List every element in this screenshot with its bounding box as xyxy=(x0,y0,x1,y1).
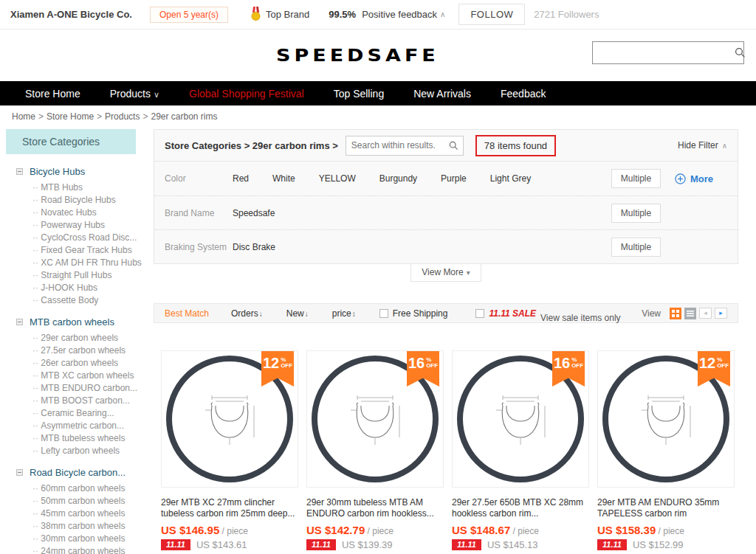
nav-item-global-shopping-festival[interactable]: Global Shopping Festival xyxy=(174,88,319,100)
sidebar-item-j-hook-hubs[interactable]: J-HOOK Hubs xyxy=(16,282,136,294)
sidebar-item-powerway-hubs[interactable]: Powerway Hubs xyxy=(16,219,136,232)
price-unit: / piece xyxy=(222,526,248,536)
filter-option-purple[interactable]: Purple xyxy=(441,173,467,184)
grid-view-icon[interactable] xyxy=(670,308,681,319)
sale-checkbox[interactable] xyxy=(475,309,484,318)
multiple-button[interactable]: Multiple xyxy=(611,204,661,223)
filter-search-box xyxy=(346,136,464,156)
free-shipping-label[interactable]: Free Shipping xyxy=(393,308,448,319)
product-title[interactable]: 29er MTB AM ENDURO 35mm TAPELESS carbon … xyxy=(597,497,735,519)
sort-new[interactable]: New↓ xyxy=(286,308,309,319)
filter-option-burgundy[interactable]: Burgundy xyxy=(379,173,417,184)
sidebar-item-xc-am-dh-fr-thru-hubs[interactable]: XC AM DH FR Thru Hubs xyxy=(16,257,136,269)
sidebar-item-asymmetric-carbon[interactable]: Asymmetric carbon... xyxy=(16,420,136,432)
sidebar-item-cyclocross-road-disc[interactable]: CycloCross Road Disc... xyxy=(16,232,136,244)
hide-filter-toggle[interactable]: Hide Filter∧ xyxy=(678,140,727,150)
chevron-up-icon[interactable]: ∧ xyxy=(440,10,445,18)
product-title[interactable]: 29er 27.5er 650B MTB XC 28mm hookless ca… xyxy=(452,497,589,519)
sidebar-item-29er-carbon-wheels[interactable]: 29er carbon wheels xyxy=(16,332,136,344)
product-image[interactable]: 12%OFF xyxy=(161,350,298,488)
header-search-box xyxy=(592,41,744,64)
page-next-button[interactable]: ▸ xyxy=(715,308,727,319)
sidebar-item-50mm-carbon-wheels[interactable]: 50mm carbon wheels xyxy=(16,495,136,508)
free-shipping-checkbox[interactable] xyxy=(379,309,388,318)
sidebar-item-mtb-boost-carbon[interactable]: MTB BOOST carbon... xyxy=(16,395,136,407)
collapse-icon[interactable] xyxy=(16,168,23,175)
search-icon[interactable] xyxy=(445,141,463,150)
filter-panel: Store Categories > 29er carbon rims > 78… xyxy=(154,129,738,264)
multiple-button[interactable]: Multiple xyxy=(611,238,661,257)
list-view-icon[interactable] xyxy=(684,308,696,319)
off-label: OFF xyxy=(571,363,583,369)
sidebar-item-30mm-carbon-wheels[interactable]: 30mm carbon wheels xyxy=(16,533,136,545)
collapse-icon[interactable] xyxy=(16,319,23,325)
product-image[interactable]: 12%OFF xyxy=(597,350,735,488)
nav-item-label: Global Shopping Festival xyxy=(189,88,304,100)
sidebar-item-novatec-hubs[interactable]: Novatec Hubs xyxy=(16,207,136,219)
filter-option-red[interactable]: Red xyxy=(233,173,249,184)
sort-best-match[interactable]: Best Match xyxy=(165,308,209,319)
medal-icon xyxy=(250,7,261,22)
multiple-button[interactable]: Multiple xyxy=(611,169,661,188)
more-link[interactable]: More xyxy=(675,173,713,184)
sidebar-item-lefty-carbon-wheels[interactable]: Lefty carbon wheels xyxy=(16,445,136,457)
breadcrumb-item-store-home[interactable]: Store Home xyxy=(47,111,94,122)
nav-item-new-arrivals[interactable]: New Arrivals xyxy=(399,88,486,100)
sidebar-group-title-mtb-carbon-wheels[interactable]: MTB carbon wheels xyxy=(16,316,136,328)
sort-price[interactable]: price↕ xyxy=(332,308,356,319)
page-prev-button[interactable]: ◂ xyxy=(699,308,712,319)
sidebar-item-27-5er-carbon-wheels[interactable]: 27.5er carbon wheels xyxy=(16,344,136,357)
nav-item-products[interactable]: Products∨ xyxy=(95,88,174,100)
sidebar-item-straight-pull-hubs[interactable]: Straight Pull Hubs xyxy=(16,269,136,282)
view-more-button[interactable]: View More▾ xyxy=(410,264,481,282)
sidebar-group-label: MTB carbon wheels xyxy=(30,316,114,328)
nav-item-top-selling[interactable]: Top Selling xyxy=(319,88,399,100)
sidebar-item-ceramic-bearing[interactable]: Ceramic Bearing... xyxy=(16,407,136,420)
sort-orders[interactable]: Orders↓ xyxy=(231,308,263,319)
sidebar-item-fixed-gear-track-hubs[interactable]: Fixed Gear Track Hubs xyxy=(16,244,136,257)
product-image[interactable]: 16%OFF xyxy=(306,350,444,488)
sidebar-item-60mm-carbon-wheels[interactable]: 60mm carbon wheels xyxy=(16,482,136,495)
sidebar-title: Store Categories xyxy=(6,129,136,154)
breadcrumb-item-home[interactable]: Home xyxy=(12,111,35,122)
nav-item-store-home[interactable]: Store Home xyxy=(10,88,95,100)
filter-option-speedsafe[interactable]: Speedsafe xyxy=(233,208,275,218)
product-title[interactable]: 29er MTB XC 27mm clincher tubeless carbo… xyxy=(161,497,298,519)
sidebar-item-mtb-enduro-carbon[interactable]: MTB ENDURO carbon... xyxy=(16,382,136,395)
follow-button[interactable]: FOLLOW xyxy=(458,4,525,25)
off-label: OFF xyxy=(426,363,438,369)
breadcrumb-item-29er-carbon-rims[interactable]: 29er carbon rims xyxy=(151,111,217,122)
breadcrumb-item-products[interactable]: Products xyxy=(105,111,140,122)
sidebar-group-title-road-bicycle-carbon[interactable]: Road Bicycle carbon... xyxy=(16,467,136,478)
filter-option-yellow[interactable]: YELLOW xyxy=(319,173,356,184)
filter-option-white[interactable]: White xyxy=(272,173,295,184)
product-sale-line: 11.11US $139.39 xyxy=(306,539,444,550)
sort-label: price xyxy=(332,308,351,319)
feedback-label[interactable]: Positive feedback xyxy=(362,9,437,20)
filter-search-input[interactable] xyxy=(346,140,445,150)
sidebar-item-cassette-body[interactable]: Cassette Body xyxy=(16,294,136,307)
product-sale-price: US $152.99 xyxy=(633,539,684,550)
sidebar-group-title-bicycle-hubs[interactable]: Bicycle Hubs xyxy=(16,166,136,177)
product-title[interactable]: 29er 30mm tubeless MTB AM ENDURO carbon … xyxy=(306,497,444,519)
sidebar-item-mtb-tubeless-wheels[interactable]: MTB tubeless wheels xyxy=(16,432,136,445)
filter-option-disc-brake[interactable]: Disc Brake xyxy=(233,242,275,252)
sidebar-item-mtb-xc-carbon-wheels[interactable]: MTB XC carbon wheels xyxy=(16,370,136,382)
sidebar-item-24mm-carbon-wheels[interactable]: 24mm carbon wheels xyxy=(16,545,136,554)
arrow-updown-icon: ↕ xyxy=(352,310,356,318)
sidebar-item-45mm-carbon-wheels[interactable]: 45mm carbon wheels xyxy=(16,508,136,520)
store-logo: SPEEDSAFE xyxy=(276,46,439,65)
product-image[interactable]: 16%OFF xyxy=(452,350,589,488)
sidebar-item-26er-carbon-wheels[interactable]: 26er carbon wheels xyxy=(16,357,136,370)
filter-option-light-grey[interactable]: Light Grey xyxy=(490,173,531,184)
view-sale-items-label[interactable]: View sale items only xyxy=(540,314,597,323)
collapse-icon[interactable] xyxy=(16,469,23,476)
sidebar-item-mtb-hubs[interactable]: MTB Hubs xyxy=(16,181,136,194)
filter-row-controls: Multiple xyxy=(611,204,727,223)
nav-item-feedback[interactable]: Feedback xyxy=(486,88,560,100)
sidebar-item-38mm-carbon-wheels[interactable]: 38mm carbon wheels xyxy=(16,520,136,533)
header-search-input[interactable] xyxy=(593,42,735,63)
product-price: US $142.79 xyxy=(306,524,365,536)
sidebar-item-road-bicycle-hubs[interactable]: Road Bicycle Hubs xyxy=(16,194,136,207)
search-icon[interactable] xyxy=(735,47,746,58)
